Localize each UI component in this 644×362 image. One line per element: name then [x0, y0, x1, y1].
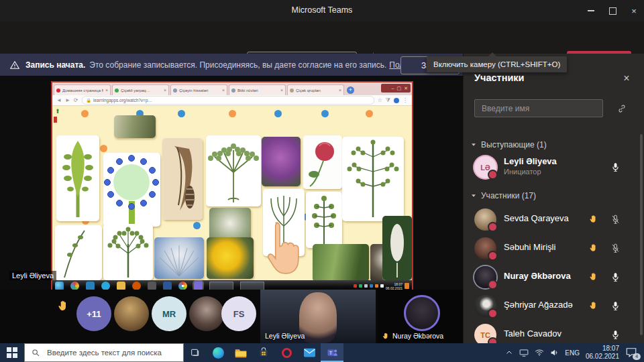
mic-on-icon[interactable] — [610, 300, 622, 312]
plant-card-bottlebrush-photo[interactable] — [382, 216, 412, 280]
edge-taskbar-button[interactable] — [207, 343, 229, 362]
plant-card-head-diagram[interactable] — [103, 153, 160, 227]
match-dot[interactable] — [81, 110, 89, 117]
file-explorer-button[interactable] — [229, 343, 252, 362]
tab-close-icon[interactable]: × — [164, 88, 166, 93]
plant-card-clover-photo[interactable] — [303, 135, 342, 189]
participant-row[interactable]: Səbuhi Mirişli — [464, 234, 639, 263]
opera-button[interactable] — [275, 343, 298, 362]
match-dot[interactable] — [229, 110, 236, 117]
mail-button[interactable] — [298, 343, 321, 362]
section-header-participants[interactable]: Участники (17) — [470, 190, 536, 201]
maximize-button[interactable] — [601, 0, 624, 21]
participant-search-input[interactable] — [474, 99, 603, 117]
status-badge — [488, 308, 498, 318]
warning-icon — [9, 60, 20, 70]
participant-row[interactable]: Sevda Qarayeva — [464, 205, 639, 234]
refresh-icon[interactable]: ⟳ — [74, 97, 78, 103]
plant-card-grass-photo[interactable] — [114, 115, 156, 138]
participant-name: Səbuhi Mirişli — [504, 242, 555, 252]
back-icon[interactable]: ◄ — [56, 97, 62, 103]
hidden-icons-chevron[interactable] — [505, 349, 513, 357]
match-dot[interactable] — [366, 110, 373, 117]
browser-menu-icon[interactable]: ⋮ — [402, 97, 408, 103]
teams-taskbar-button[interactable]: T — [321, 343, 343, 362]
taskbar-search-input[interactable] — [46, 348, 177, 357]
fullscreen-arrow-icon[interactable]: ⬆ — [55, 108, 60, 115]
browser-tab[interactable]: Bitki növləri× — [229, 84, 286, 95]
plant-card-wild-carrot-photo[interactable] — [154, 237, 204, 279]
panel-scrollbar[interactable] — [640, 134, 643, 335]
mic-off-icon[interactable] — [610, 243, 622, 255]
plant-card-corn-drawing[interactable] — [162, 138, 203, 220]
taskbar-search[interactable] — [24, 343, 184, 362]
plant-card-panicle-diagram[interactable] — [342, 137, 404, 221]
participant-initials-avatar[interactable]: MR — [152, 296, 186, 331]
store-button[interactable] — [252, 343, 275, 362]
participant-row[interactable]: Şəhriyar Ağazadə — [464, 292, 639, 320]
video-tile-nuray[interactable]: Nuray Əkbərova — [377, 290, 463, 343]
tab-close-icon[interactable]: × — [105, 88, 108, 93]
shared-window-controls[interactable]: –▢✕ — [381, 84, 411, 93]
tab-close-icon[interactable]: × — [280, 88, 283, 93]
plant-card-umbel-diagram[interactable] — [206, 135, 261, 206]
notification-center-button[interactable]: 4 — [625, 347, 639, 359]
chevron-down-icon — [470, 192, 477, 199]
inner-clock: 18:07 06.02.2021 — [386, 282, 402, 290]
volume-icon[interactable] — [550, 349, 559, 357]
minimize-button[interactable] — [580, 0, 602, 21]
new-tab-button[interactable]: + — [347, 86, 354, 94]
participant-initials-avatar[interactable]: FS — [221, 296, 256, 331]
plant-card-spike-diagram[interactable] — [56, 135, 99, 221]
browser-tab[interactable]: Домашняя страница М…× — [54, 84, 111, 95]
participant-row[interactable]: Nuray Əkbərova — [464, 263, 639, 292]
browser-tab[interactable]: Çiçəkli yarpaq…× — [112, 84, 169, 95]
mic-on-icon[interactable] — [610, 329, 622, 341]
section-header-speakers[interactable]: Выступающие (1) — [470, 139, 547, 150]
tab-close-icon[interactable]: × — [339, 88, 341, 93]
browser-address-bar: ◄ ► ⟳ 🔒 learningapps.org/watch?v=p… ☆ ⧩ … — [52, 95, 412, 106]
match-dot[interactable] — [100, 145, 107, 152]
participant-row[interactable]: LƏ Leyli Əliyeva Инициатор — [464, 153, 639, 182]
match-dot[interactable] — [274, 110, 282, 117]
display-icon[interactable] — [519, 349, 529, 357]
close-button[interactable]: × — [623, 0, 644, 21]
participant-photo-avatar[interactable] — [114, 296, 149, 331]
match-dot[interactable] — [178, 110, 185, 117]
copy-invite-link-button[interactable] — [612, 101, 631, 117]
url-box[interactable]: 🔒 learningapps.org/watch?v=p… — [82, 96, 374, 105]
browser-profile-icon[interactable] — [394, 98, 399, 103]
extensions-icon[interactable]: ⧩ — [386, 97, 390, 104]
shared-screen: Домашняя страница М…× Çiçəkli yarpaq…× Ç… — [51, 81, 413, 290]
panel-close-button[interactable]: × — [616, 68, 637, 88]
edge-icon — [213, 347, 224, 359]
plant-card-twig-diagram[interactable] — [55, 225, 102, 280]
tab-close-icon[interactable]: × — [222, 88, 225, 93]
match-dot[interactable] — [321, 110, 329, 117]
browser-tab[interactable]: Çiçəyin hissələri× — [170, 84, 227, 95]
plant-card-green-grass-photo[interactable] — [313, 244, 369, 280]
plant-card-dandelion-photo[interactable] — [207, 237, 254, 279]
forward-icon[interactable]: ► — [65, 97, 70, 103]
mic-off-icon[interactable] — [610, 214, 622, 226]
video-tile-leyli[interactable]: Leyli Əliyeva — [260, 290, 376, 343]
taskbar-clock[interactable]: 18:07 06.02.2021 — [586, 345, 619, 361]
mic-on-icon[interactable] — [610, 272, 622, 284]
mic-on-icon[interactable] — [610, 162, 622, 174]
task-view-button[interactable] — [184, 343, 207, 362]
overflow-participants-avatar[interactable]: +11 — [76, 296, 111, 331]
plant-card-raceme-diagram[interactable] — [306, 192, 342, 248]
participant-name: Taleh Cavadov — [504, 328, 561, 339]
language-indicator[interactable]: ENG — [565, 349, 580, 357]
status-badge — [488, 222, 498, 232]
start-button[interactable] — [0, 343, 24, 362]
plant-card-cluster-diagram[interactable] — [103, 224, 153, 280]
participant-photo-avatar[interactable] — [189, 296, 224, 331]
windows-taskbar: T ENG 18:07 06.02.2021 4 — [0, 343, 644, 362]
plant-card-lilac-photo[interactable] — [262, 137, 301, 186]
wifi-icon[interactable] — [535, 349, 544, 357]
browser-tab-active[interactable]: Çiçək qrupları× — [287, 84, 344, 95]
bookmark-star-icon[interactable]: ☆ — [378, 97, 382, 103]
match-dot[interactable] — [193, 222, 201, 229]
teams-icon: T — [327, 347, 338, 359]
